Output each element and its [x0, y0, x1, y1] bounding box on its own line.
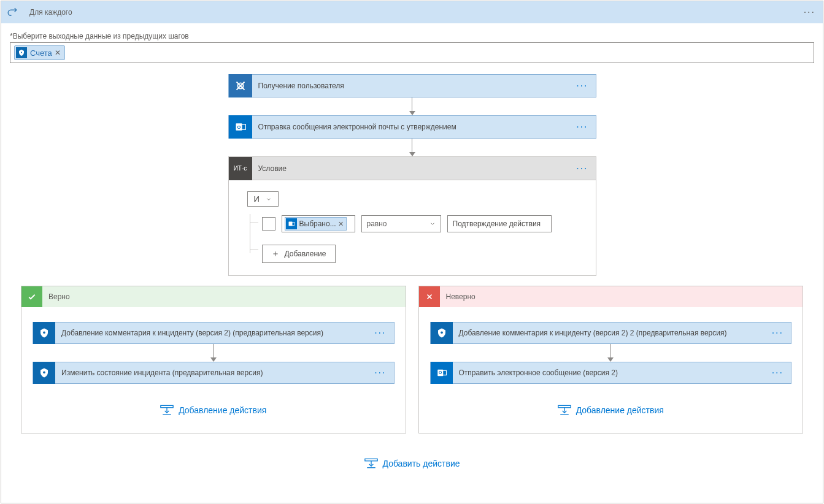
- step-title: Отправить электронное сообщение (версия …: [453, 368, 764, 377]
- condition-rule-row: Выбрано... ✕ равно Подтверждение дейст: [247, 215, 577, 263]
- step-title: Добавление комментария к инциденту (верс…: [453, 329, 764, 337]
- svg-point-0: [21, 52, 22, 53]
- step-menu-button[interactable]: ···: [764, 327, 791, 338]
- sentinel-icon: [431, 322, 453, 344]
- step-add-comment[interactable]: Добавление комментария к инциденту (верс…: [33, 322, 395, 344]
- step-menu-button[interactable]: ···: [569, 121, 595, 132]
- add-action-icon: [160, 405, 174, 416]
- close-icon: [419, 286, 440, 307]
- step-menu-button[interactable]: ···: [367, 327, 393, 338]
- sentinel-icon: [16, 47, 27, 58]
- svg-point-14: [441, 331, 443, 334]
- branch-true-title: Верно: [42, 292, 70, 301]
- outlook-icon: O: [229, 115, 252, 139]
- svg-rect-18: [558, 405, 570, 407]
- add-action-label: Добавление действия: [576, 405, 664, 415]
- check-icon: [21, 286, 42, 307]
- branch-false-title: Неверно: [440, 292, 476, 301]
- token-selected-option: Выбрано... ✕: [285, 217, 347, 231]
- token-text: Выбрано...: [299, 220, 336, 228]
- chevron-down-icon: [266, 196, 272, 202]
- rule-right-value-input[interactable]: Подтверждение действия: [447, 215, 552, 232]
- sentinel-icon: [33, 362, 55, 384]
- condition-header[interactable]: ИТ-с Условие ···: [229, 157, 596, 180]
- branch-false: Неверно Добавление комментария к инциден…: [418, 286, 804, 433]
- outlook-icon: [286, 218, 297, 229]
- step-get-user[interactable]: Получение пользователя ···: [228, 74, 596, 97]
- branch-true: Верно Добавление комментария к инциденту…: [21, 286, 406, 433]
- svg-point-10: [43, 371, 45, 373]
- add-action-button[interactable]: Добавление действия: [160, 405, 266, 416]
- svg-text:O: O: [439, 370, 442, 375]
- sentinel-icon: [33, 322, 55, 344]
- operator-label: равно: [367, 220, 387, 228]
- svg-point-9: [43, 331, 45, 334]
- azure-ad-icon: [229, 74, 252, 97]
- loop-icon: [1, 1, 23, 23]
- step-menu-button[interactable]: ···: [569, 80, 595, 91]
- connector-arrow-icon: [409, 97, 415, 115]
- add-rule-button[interactable]: ＋ Добавление: [262, 245, 336, 263]
- condition-icon: ИТ-с: [229, 157, 252, 180]
- step-update-incident[interactable]: Изменить состояние инцидента (предварите…: [33, 362, 395, 384]
- step-title: Добавление комментария к инциденту (верс…: [55, 329, 367, 337]
- step-title: Изменить состояние инцидента (предварите…: [55, 368, 367, 377]
- branch-false-header: Неверно: [419, 286, 803, 307]
- step-send-email[interactable]: O Отправить электронное сообщение (верси…: [430, 362, 792, 384]
- add-action-label: Добавление действия: [179, 405, 266, 415]
- add-action-button[interactable]: Добавление действия: [558, 405, 664, 416]
- output-select-label: *Выберите выходные данные из предыдущих …: [10, 32, 814, 40]
- condition-title: Условие: [252, 164, 569, 173]
- token-remove-icon[interactable]: ✕: [338, 220, 344, 228]
- right-value-text: Подтверждение действия: [453, 220, 541, 228]
- step-menu-button[interactable]: ···: [764, 367, 791, 378]
- rule-left-value[interactable]: Выбрано... ✕: [282, 215, 355, 232]
- condition-card: ИТ-с Условие ··· И: [228, 156, 596, 276]
- connector-arrow-icon: [210, 344, 217, 362]
- svg-rect-21: [364, 459, 377, 460]
- add-action-icon: [558, 405, 571, 416]
- output-select-input[interactable]: Счета ✕: [10, 42, 814, 63]
- footer-add-label: Добавить действие: [383, 459, 460, 468]
- rule-checkbox[interactable]: [262, 217, 275, 231]
- plus-icon: ＋: [271, 248, 280, 259]
- rule-operator-dropdown[interactable]: равно: [361, 215, 441, 232]
- body-panel: *Выберите выходные данные из предыдущих …: [1, 23, 823, 475]
- token-remove-icon[interactable]: ✕: [55, 48, 61, 57]
- header-bar: Для каждого ···: [1, 1, 823, 23]
- token-text: Счета: [30, 48, 52, 58]
- footer-add-action-button[interactable]: Добавить действие: [364, 458, 460, 469]
- chevron-down-icon: [429, 221, 436, 227]
- and-label: И: [254, 194, 260, 204]
- add-action-icon: [364, 458, 378, 469]
- for-each-container: Для каждого ··· *Выберите выходные данны…: [1, 1, 823, 503]
- outlook-icon: O: [431, 362, 453, 384]
- header-menu-button[interactable]: ···: [796, 7, 823, 18]
- svg-text:O: O: [237, 124, 241, 130]
- token-accounts[interactable]: Счета ✕: [14, 45, 65, 60]
- condition-menu-button[interactable]: ···: [569, 163, 595, 174]
- add-label: Добавление: [285, 250, 326, 258]
- step-menu-button[interactable]: ···: [367, 367, 393, 378]
- and-group-dropdown[interactable]: И: [247, 191, 279, 207]
- connector-arrow-icon: [607, 344, 614, 362]
- header-title: Для каждого: [23, 8, 796, 17]
- step-title: Отправка сообщения электронной почты с у…: [252, 123, 569, 131]
- svg-rect-11: [161, 405, 173, 407]
- connector-arrow-icon: [409, 139, 415, 156]
- branch-true-header: Верно: [21, 286, 406, 307]
- step-title: Получение пользователя: [252, 82, 569, 90]
- step-send-approval-email[interactable]: O Отправка сообщения электронной почты с…: [228, 115, 596, 139]
- step-add-comment-2[interactable]: Добавление комментария к инциденту (верс…: [430, 322, 792, 344]
